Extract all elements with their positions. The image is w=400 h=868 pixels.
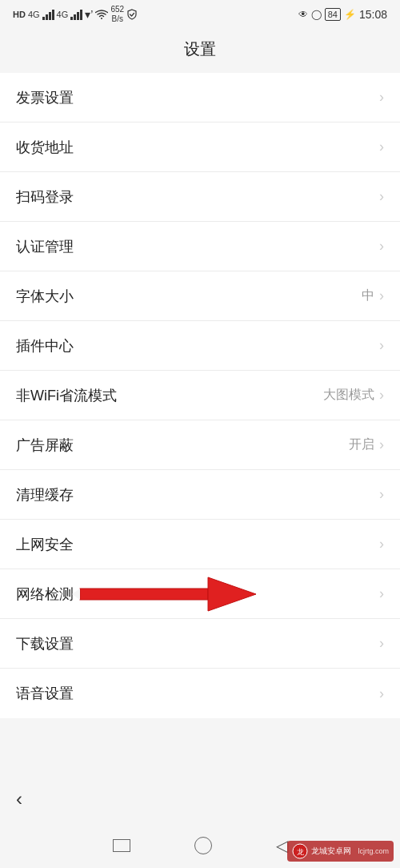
chevron-download: › xyxy=(379,635,384,652)
status-right: 👁 ◯ 84 ⚡ 15:08 xyxy=(298,8,387,21)
chevron-cache: › xyxy=(379,486,384,503)
hd-icon: HD xyxy=(13,10,26,19)
settings-item-font[interactable]: 字体大小 中 › xyxy=(0,271,400,321)
item-label-wifi-save: 非WiFi省流模式 xyxy=(16,386,117,405)
shield-icon xyxy=(126,9,138,20)
font-value: 中 xyxy=(362,287,374,304)
chevron-network-detect: › xyxy=(379,585,384,602)
chevron-font: › xyxy=(379,287,384,304)
item-label-auth: 认证管理 xyxy=(16,237,74,256)
item-label-download: 下载设置 xyxy=(16,634,74,653)
network-speed: 652B/s xyxy=(110,5,124,24)
item-label-address: 收货地址 xyxy=(16,138,74,157)
nav-back[interactable]: ◁ xyxy=(276,836,288,855)
svg-rect-0 xyxy=(80,589,208,600)
signal-bars-2 xyxy=(70,9,82,20)
chevron-ad-block: › xyxy=(379,436,384,453)
wifi-signal-icon xyxy=(95,9,108,20)
watermark-text: 龙城安卓网 xyxy=(311,846,351,857)
item-right-address: › xyxy=(378,139,384,155)
nav-recent-apps[interactable] xyxy=(113,839,130,852)
item-right-voice: › xyxy=(378,685,384,702)
settings-list: 发票设置 › 收货地址 › 扫码登录 › 认证管理 › 字体大小 中 › 插件中… xyxy=(0,73,400,718)
settings-item-voice[interactable]: 语音设置 › xyxy=(0,669,400,718)
item-right-plugin: › xyxy=(378,337,384,354)
battery-level: 84 xyxy=(325,8,341,21)
chevron-wifi-save: › xyxy=(379,387,384,404)
chevron-scan: › xyxy=(379,188,384,205)
item-label-ad-block: 广告屏蔽 xyxy=(16,436,74,455)
item-label-cache: 清理缓存 xyxy=(16,485,74,504)
item-right-network-detect: › xyxy=(378,585,384,602)
settings-item-wifi-save[interactable]: 非WiFi省流模式 大图模式 › xyxy=(0,371,400,420)
item-label-network-detect: 网络检测 xyxy=(16,585,74,604)
chevron-address: › xyxy=(379,139,384,155)
settings-item-auth[interactable]: 认证管理 › xyxy=(0,222,400,271)
settings-item-ad-block[interactable]: 广告屏蔽 开启 › xyxy=(0,420,400,470)
item-right-download: › xyxy=(378,635,384,652)
wifi-save-value: 大图模式 xyxy=(323,387,374,404)
item-right-font: 中 › xyxy=(362,287,384,304)
watermark-logo: 龙 xyxy=(292,843,308,859)
settings-item-cache[interactable]: 清理缓存 › xyxy=(0,470,400,520)
svg-marker-1 xyxy=(208,577,256,611)
charging-icon: ⚡ xyxy=(344,9,356,20)
chevron-plugin: › xyxy=(379,337,384,354)
item-right-internet-security: › xyxy=(378,536,384,553)
item-label-internet-security: 上网安全 xyxy=(16,535,74,554)
watermark-subtext: lcjrtg.com xyxy=(358,847,389,855)
item-right-ad-block: 开启 › xyxy=(349,436,384,453)
watermark: 龙 龙城安卓网 lcjrtg.com xyxy=(287,841,394,862)
item-right-scan: › xyxy=(378,188,384,205)
item-right-auth: › xyxy=(378,238,384,255)
svg-text:龙: 龙 xyxy=(297,848,304,856)
settings-item-address[interactable]: 收货地址 › xyxy=(0,123,400,172)
signal-4g-1: 4G xyxy=(28,10,40,19)
clock-time: 15:08 xyxy=(359,8,387,21)
eye-icon: 👁 xyxy=(298,9,308,20)
wifi-icon: ▾’ xyxy=(85,8,93,21)
ad-block-value: 开启 xyxy=(349,436,374,453)
alarm-icon: ◯ xyxy=(311,9,322,20)
red-arrow-annotation xyxy=(72,574,256,614)
item-label-invoice: 发票设置 xyxy=(16,88,74,107)
status-left: HD 4G 4G ▾’ 652B/s xyxy=(13,5,138,24)
settings-item-network-detect[interactable]: 网络检测 › xyxy=(0,569,400,619)
item-label-scan: 扫码登录 xyxy=(16,187,74,207)
nav-home[interactable] xyxy=(194,837,212,854)
item-right-cache: › xyxy=(378,486,384,503)
status-bar: HD 4G 4G ▾’ 652B/s 👁 ◯ xyxy=(0,0,400,29)
item-label-font: 字体大小 xyxy=(16,287,74,306)
item-label-plugin: 插件中心 xyxy=(16,336,74,356)
signal-bars-1 xyxy=(42,9,54,20)
settings-item-plugin[interactable]: 插件中心 › xyxy=(0,321,400,371)
settings-item-download[interactable]: 下载设置 › xyxy=(0,619,400,669)
chevron-internet-security: › xyxy=(379,536,384,553)
chevron-auth: › xyxy=(379,238,384,255)
chevron-voice: › xyxy=(379,685,384,702)
signal-4g-2: 4G xyxy=(57,10,69,19)
settings-item-internet-security[interactable]: 上网安全 › xyxy=(0,520,400,569)
settings-item-invoice[interactable]: 发票设置 › xyxy=(0,73,400,123)
back-button[interactable]: ‹ xyxy=(16,788,22,810)
item-right-invoice: › xyxy=(378,89,384,106)
chevron-invoice: › xyxy=(379,89,384,106)
page-title: 设置 xyxy=(0,29,400,73)
item-right-wifi-save: 大图模式 › xyxy=(323,387,384,404)
item-label-voice: 语音设置 xyxy=(16,684,74,703)
battery-indicator: 84 xyxy=(325,8,341,21)
settings-item-scan[interactable]: 扫码登录 › xyxy=(0,172,400,222)
